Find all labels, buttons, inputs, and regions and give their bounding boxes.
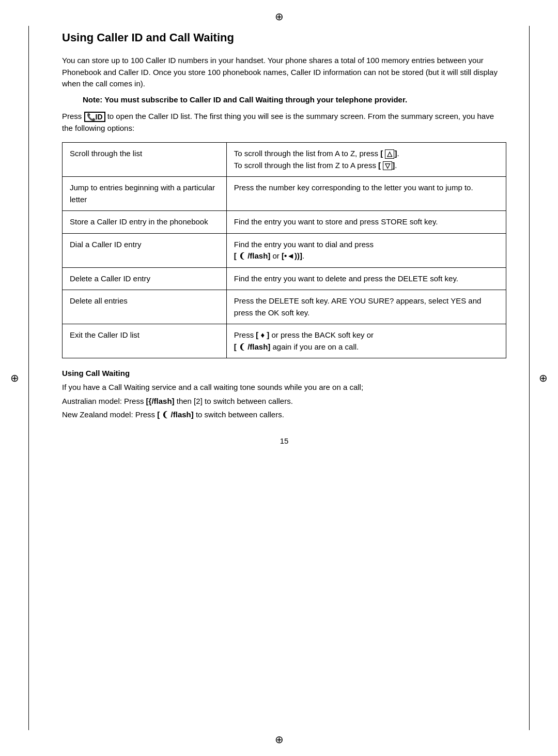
table-row: Exit the Caller ID list Press [ ♦ ] or p…	[63, 324, 506, 358]
call-waiting-line1: Australian model: Press [{/flash] then […	[62, 396, 506, 407]
reg-mark-top: ⊕	[275, 10, 284, 23]
table-cell-action: Delete a Caller ID entry	[63, 267, 227, 290]
nz-flash-key: [ ❨ /flash]	[157, 410, 194, 419]
reg-mark-bottom: ⊕	[275, 733, 284, 746]
table-cell-description: Find the entry you want to store and pre…	[226, 211, 506, 234]
table-row: Dial a Caller ID entry Find the entry yo…	[63, 233, 506, 267]
press-intro: Press 📞ID to open the Caller ID list. Th…	[62, 111, 506, 134]
cid-button-icon: 📞ID	[84, 112, 105, 122]
table-cell-action: Store a Caller ID entry in the phonebook	[63, 211, 227, 234]
arrow-up-icon: △	[385, 149, 394, 159]
call-waiting-para1: If you have a Call Waiting service and a…	[62, 382, 506, 394]
call-waiting-line2: New Zealand model: Press [ ❨ /flash] to …	[62, 409, 506, 421]
table-cell-description: Press the DELETE soft key. ARE YOU SURE?…	[226, 290, 506, 324]
aus-flash-key: [{/flash]	[146, 397, 175, 405]
bracket-up-key: [ △]	[380, 149, 397, 158]
page-title: Using Caller ID and Call Waiting	[62, 31, 506, 44]
table-cell-description: Press the number key corresponding to th…	[226, 177, 506, 211]
table-cell-action: Dial a Caller ID entry	[63, 233, 227, 267]
side-line-left	[28, 26, 29, 730]
options-table: Scroll through the list To scroll throug…	[62, 142, 506, 358]
note-text: Note: You must subscribe to Caller ID an…	[83, 94, 506, 106]
table-cell-description: Find the entry you want to dial and pres…	[226, 233, 506, 267]
page-container: ⊕ ⊕ ⊕ ⊕ Using Caller ID and Call Waiting…	[0, 0, 558, 756]
side-line-right	[529, 26, 530, 730]
flash-key2-bold: [ ❨ /flash]	[234, 342, 271, 351]
table-row: Delete all entries Press the DELETE soft…	[63, 290, 506, 324]
intro-paragraph: You can store up to 100 Caller ID number…	[62, 55, 506, 90]
table-cell-action: Jump to entries beginning with a particu…	[63, 177, 227, 211]
table-cell-description: Find the entry you want to delete and pr…	[226, 267, 506, 290]
reg-mark-right: ⊕	[539, 372, 548, 384]
table-row: Delete a Caller ID entry Find the entry …	[63, 267, 506, 290]
table-row: Jump to entries beginning with a particu…	[63, 177, 506, 211]
reg-mark-left: ⊕	[10, 372, 19, 384]
table-cell-action: Scroll through the list	[63, 143, 227, 177]
table-row: Scroll through the list To scroll throug…	[63, 143, 506, 177]
off-key-bold: [ ♦ ]	[256, 330, 269, 339]
table-row: Store a Caller ID entry in the phonebook…	[63, 211, 506, 234]
flash-key-bold: [ ❨ /flash]	[234, 251, 271, 260]
arrow-down-icon: ▽	[383, 161, 392, 171]
page-number: 15	[62, 436, 506, 445]
speakerphone-key-bold: [•◄))]	[282, 251, 302, 260]
bracket-down-key: [ ▽]	[378, 161, 395, 170]
table-cell-description: To scroll through the list from A to Z, …	[226, 143, 506, 177]
page-content: Using Caller ID and Call Waiting You can…	[62, 31, 506, 445]
table-cell-action: Delete all entries	[63, 290, 227, 324]
table-cell-description: Press [ ♦ ] or press the BACK soft key o…	[226, 324, 506, 358]
table-cell-action: Exit the Caller ID list	[63, 324, 227, 358]
call-waiting-heading: Using Call Waiting	[62, 369, 506, 377]
